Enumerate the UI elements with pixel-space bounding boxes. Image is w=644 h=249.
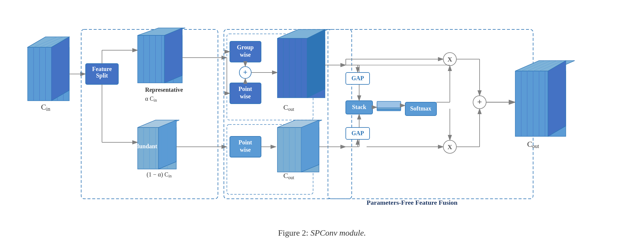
cout-bottom-cube: Cout (277, 120, 322, 180)
svg-text:Cout: Cout (283, 172, 294, 180)
cin-label: Cin (41, 103, 50, 112)
svg-text:Redundant: Redundant (129, 143, 157, 149)
figure-caption: Figure 2: SPConv module. (10, 228, 634, 238)
input-cube: Cin (28, 37, 69, 112)
params-free-label: Parameters-Free Feature Fusion (367, 199, 458, 206)
svg-text:GAP: GAP (351, 75, 364, 81)
svg-text:wise: wise (240, 93, 251, 100)
figure-caption-text: Figure 2: (278, 228, 310, 237)
figure-caption-module: SPConv module. (310, 228, 366, 237)
svg-rect-69 (377, 101, 401, 108)
svg-marker-59 (301, 120, 319, 172)
svg-text:Split: Split (96, 72, 108, 79)
svg-text:X: X (447, 143, 452, 151)
svg-text:(1 − α) Cin: (1 − α) Cin (147, 171, 172, 178)
svg-text:wise: wise (240, 51, 251, 58)
stacked-feature (377, 101, 401, 111)
point-wise-bottom-box: Point wise (230, 136, 261, 157)
svg-text:Point: Point (238, 139, 252, 146)
svg-text:Group: Group (237, 44, 254, 51)
svg-text:α Cin: α Cin (145, 95, 157, 103)
svg-text:Softmax: Softmax (410, 105, 431, 112)
diagram-container: Cin Feature Split (10, 12, 634, 237)
svg-marker-4 (51, 37, 69, 101)
output-cube: Cout (515, 61, 575, 149)
representative-cube: Representative α Cin (138, 28, 185, 103)
svg-text:Representative: Representative (145, 86, 183, 93)
svg-text:Cout: Cout (283, 103, 294, 112)
gap2-box: GAP (346, 127, 370, 139)
point-wise-top-box: Point wise (230, 83, 261, 104)
svg-text:Stack: Stack (352, 104, 367, 110)
svg-text:wise: wise (240, 146, 251, 153)
svg-text:GAP: GAP (351, 130, 364, 136)
stack-box: Stack (346, 101, 373, 114)
cout-top-cube: Cout (277, 29, 328, 112)
svg-text:Cout: Cout (527, 140, 539, 149)
diagram-svg: Cin Feature Split (10, 12, 634, 226)
svg-text:+: + (477, 97, 482, 106)
gap1-box: GAP (346, 73, 370, 84)
svg-text:Point: Point (238, 86, 252, 92)
svg-text:X: X (447, 56, 452, 63)
svg-marker-81 (548, 61, 566, 136)
feature-split-box: Feature Split (86, 64, 118, 84)
svg-marker-47 (307, 29, 325, 98)
svg-text:+: + (243, 68, 248, 77)
svg-text:Feature: Feature (92, 66, 112, 72)
softmax-box: Softmax (405, 102, 436, 116)
redundant-cube: Redundant (1 − α) Cin (129, 120, 179, 178)
group-wise-box: Group wise (230, 41, 261, 62)
